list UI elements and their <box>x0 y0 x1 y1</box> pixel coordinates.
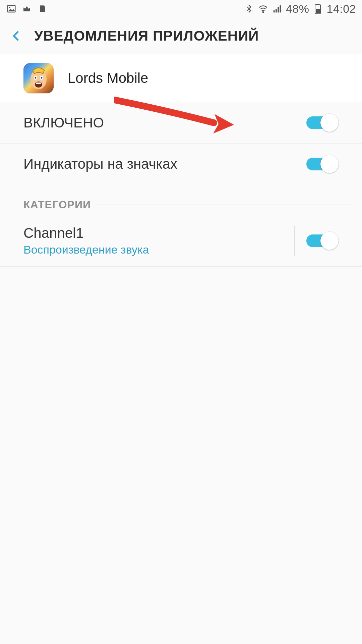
vertical-divider <box>294 226 295 256</box>
channel-text-block: Channel1 Воспроизведение звука <box>23 225 288 256</box>
signal-icon <box>272 3 283 14</box>
channel-row[interactable]: Channel1 Воспроизведение звука <box>0 215 362 267</box>
svg-rect-17 <box>36 83 41 84</box>
categories-title: КАТЕГОРИИ <box>23 199 91 211</box>
toggle-thumb <box>320 114 339 132</box>
app-header: УВЕДОМЛЕНИЯ ПРИЛОЖЕНИЙ <box>0 17 362 54</box>
svg-rect-8 <box>316 4 319 5</box>
enabled-toggle[interactable] <box>306 114 339 132</box>
channel-subtitle: Воспроизведение звука <box>23 243 288 256</box>
svg-rect-5 <box>278 7 279 12</box>
badges-toggle[interactable] <box>306 155 339 173</box>
enabled-row[interactable]: ВКЛЮЧЕНО <box>0 102 362 144</box>
picture-icon <box>6 3 17 14</box>
section-divider <box>98 205 352 205</box>
categories-section-header: КАТЕГОРИИ <box>0 184 362 215</box>
svg-rect-9 <box>316 9 320 13</box>
battery-icon <box>312 3 323 14</box>
clock-text: 14:02 <box>326 2 356 15</box>
svg-point-2 <box>263 12 264 13</box>
status-right-icons: 48% 14:02 <box>244 2 356 15</box>
toggle-thumb <box>320 155 339 173</box>
icon-badges-label: Индикаторы на значках <box>23 156 177 172</box>
svg-rect-3 <box>274 10 275 12</box>
svg-point-1 <box>9 7 10 8</box>
battery-percent: 48% <box>286 2 309 15</box>
toggle-thumb <box>320 232 339 250</box>
svg-point-15 <box>41 77 43 79</box>
sd-card-icon <box>37 3 48 14</box>
svg-point-16 <box>35 82 42 88</box>
status-left-icons <box>6 3 48 14</box>
svg-rect-6 <box>280 5 281 12</box>
app-name-label: Lords Mobile <box>68 70 148 86</box>
crown-icon <box>21 3 32 14</box>
wifi-icon <box>258 3 268 14</box>
channel-toggle[interactable] <box>306 232 339 250</box>
status-bar: 48% 14:02 <box>0 0 362 17</box>
svg-point-13 <box>35 77 37 79</box>
page-title: УВЕДОМЛЕНИЯ ПРИЛОЖЕНИЙ <box>34 28 259 44</box>
bluetooth-icon <box>244 3 254 14</box>
app-icon <box>23 63 54 93</box>
icon-badges-row[interactable]: Индикаторы на значках <box>0 144 362 184</box>
enabled-label: ВКЛЮЧЕНО <box>23 115 104 131</box>
app-info-row: Lords Mobile <box>0 54 362 102</box>
back-button[interactable] <box>6 26 26 46</box>
chevron-left-icon <box>9 29 23 43</box>
channel-name: Channel1 <box>23 225 288 241</box>
svg-rect-4 <box>276 9 277 12</box>
